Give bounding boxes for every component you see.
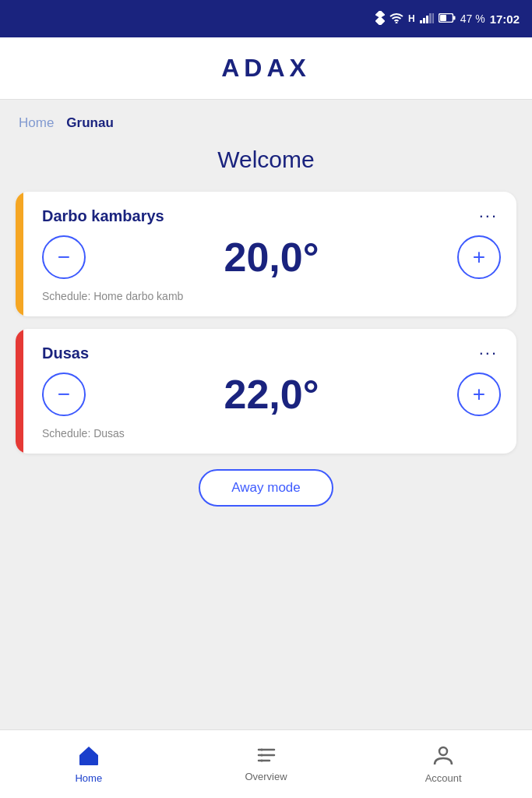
main-content: Home Grunau Welcome Darbo kambarys ··· −… bbox=[0, 100, 532, 729]
svg-rect-2 bbox=[423, 18, 425, 23]
account-icon bbox=[433, 744, 453, 769]
card-header-dusas: Dusas ··· bbox=[42, 343, 501, 363]
bottom-nav: Home Overview Account bbox=[0, 729, 532, 798]
svg-rect-8 bbox=[453, 16, 456, 19]
card-indicator-yellow bbox=[16, 192, 23, 316]
card-controls-darbo: − 20,0° + bbox=[42, 234, 501, 281]
nav-item-home[interactable]: Home bbox=[0, 730, 178, 798]
schedule-darbo: Schedule: Home darbo kamb bbox=[42, 290, 501, 302]
device-menu-darbo[interactable]: ··· bbox=[476, 206, 501, 226]
app-logo: ADAX bbox=[221, 54, 311, 83]
device-card-darbo: Darbo kambarys ··· − 20,0° + Schedule: H… bbox=[16, 192, 516, 316]
svg-point-0 bbox=[396, 22, 398, 23]
app-header: ADAX bbox=[0, 37, 532, 100]
breadcrumb-current[interactable]: Grunau bbox=[66, 115, 113, 131]
device-card-dusas: Dusas ··· − 22,0° + Schedule: Dusas bbox=[16, 329, 516, 454]
status-bar: H 47 % 17:02 bbox=[0, 0, 532, 37]
signal-bars-icon bbox=[420, 12, 434, 26]
card-header-darbo: Darbo kambarys ··· bbox=[42, 206, 501, 226]
nav-label-home: Home bbox=[75, 772, 102, 784]
schedule-dusas: Schedule: Dusas bbox=[42, 427, 501, 440]
time-display: 17:02 bbox=[490, 12, 520, 26]
wifi-icon bbox=[389, 12, 403, 26]
decrease-temp-dusas[interactable]: − bbox=[42, 373, 86, 416]
increase-temp-dusas[interactable]: + bbox=[457, 373, 501, 416]
temperature-darbo: 20,0° bbox=[224, 234, 319, 281]
svg-point-15 bbox=[260, 760, 262, 762]
battery-percent: 47 % bbox=[460, 12, 485, 25]
svg-point-13 bbox=[260, 749, 262, 751]
device-menu-dusas[interactable]: ··· bbox=[476, 343, 501, 363]
nav-item-overview[interactable]: Overview bbox=[178, 730, 355, 798]
nav-label-overview: Overview bbox=[245, 771, 287, 782]
svg-rect-3 bbox=[426, 16, 428, 23]
svg-rect-4 bbox=[429, 13, 432, 23]
home-icon bbox=[77, 744, 100, 769]
svg-rect-7 bbox=[440, 15, 446, 21]
battery-icon bbox=[439, 13, 456, 25]
decrease-temp-darbo[interactable]: − bbox=[42, 235, 86, 279]
h-signal-icon: H bbox=[408, 13, 415, 24]
device-name-darbo: Darbo kambarys bbox=[42, 207, 164, 225]
svg-rect-1 bbox=[420, 20, 422, 23]
bluetooth-icon bbox=[375, 11, 385, 27]
card-content-darbo: Darbo kambarys ··· − 20,0° + Schedule: H… bbox=[42, 206, 501, 302]
card-indicator-red bbox=[16, 329, 23, 454]
card-controls-dusas: − 22,0° + bbox=[42, 371, 501, 418]
breadcrumb-home[interactable]: Home bbox=[19, 115, 54, 131]
card-content-dusas: Dusas ··· − 22,0° + Schedule: Dusas bbox=[42, 343, 501, 440]
temperature-dusas: 22,0° bbox=[224, 371, 319, 418]
svg-rect-5 bbox=[432, 13, 434, 23]
away-mode-button[interactable]: Away mode bbox=[199, 469, 333, 507]
device-name-dusas: Dusas bbox=[42, 344, 89, 362]
overview-icon bbox=[255, 746, 277, 768]
status-icons: H 47 % 17:02 bbox=[375, 11, 520, 27]
nav-label-account: Account bbox=[425, 772, 462, 784]
increase-temp-darbo[interactable]: + bbox=[457, 235, 501, 279]
welcome-title: Welcome bbox=[16, 147, 516, 173]
breadcrumb: Home Grunau bbox=[16, 100, 516, 139]
away-mode-section: Away mode bbox=[16, 469, 516, 507]
svg-point-14 bbox=[260, 754, 262, 757]
nav-item-account[interactable]: Account bbox=[354, 730, 532, 798]
svg-rect-9 bbox=[85, 759, 93, 765]
svg-point-16 bbox=[439, 747, 447, 755]
